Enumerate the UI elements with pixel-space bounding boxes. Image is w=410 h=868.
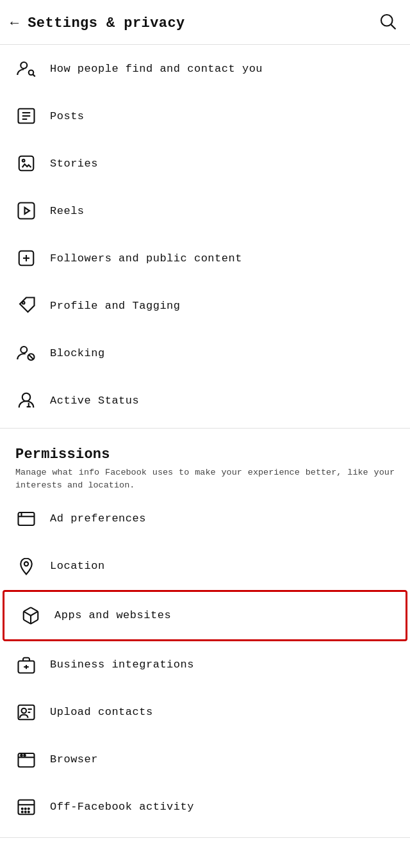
stories-icon bbox=[15, 152, 37, 174]
svg-point-3 bbox=[29, 70, 34, 76]
menu-item-followers[interactable]: Followers and public content bbox=[0, 234, 410, 282]
menu-item-profile-tagging[interactable]: Profile and Tagging bbox=[0, 282, 410, 329]
blocking-icon bbox=[15, 342, 37, 364]
menu-label-blocking: Blocking bbox=[50, 347, 105, 359]
page-title: Settings & privacy bbox=[28, 15, 185, 31]
svg-point-43 bbox=[28, 808, 29, 809]
ad-icon bbox=[15, 508, 37, 530]
menu-item-active-status[interactable]: Active Status bbox=[0, 377, 410, 424]
menu-label-business: Business integrations bbox=[50, 659, 194, 671]
main-menu: How people find and contact you Posts St… bbox=[0, 45, 410, 424]
browser-icon bbox=[15, 749, 37, 771]
off-facebook-icon bbox=[15, 796, 37, 818]
svg-point-2 bbox=[20, 62, 27, 69]
posts-icon bbox=[15, 105, 37, 127]
menu-label-location: Location bbox=[50, 560, 105, 572]
svg-point-44 bbox=[22, 811, 23, 812]
menu-item-find-contact[interactable]: How people find and contact you bbox=[0, 45, 410, 92]
permissions-menu: Ad preferences Location Apps and website… bbox=[0, 495, 410, 831]
menu-item-stories[interactable]: Stories bbox=[0, 140, 410, 187]
menu-item-posts[interactable]: Posts bbox=[0, 92, 410, 140]
svg-line-4 bbox=[33, 74, 35, 76]
active-status-icon bbox=[15, 389, 37, 411]
menu-item-off-facebook[interactable]: Off-Facebook activity bbox=[0, 783, 410, 831]
apps-icon bbox=[20, 605, 42, 626]
menu-label-apps-websites: Apps and websites bbox=[54, 609, 171, 621]
svg-point-38 bbox=[24, 754, 26, 756]
menu-label-followers: Followers and public content bbox=[50, 252, 242, 265]
menu-item-business[interactable]: Business integrations bbox=[0, 641, 410, 689]
reels-icon bbox=[15, 200, 37, 222]
permissions-title: Permissions bbox=[15, 446, 395, 463]
back-button[interactable]: ← bbox=[10, 15, 19, 31]
svg-point-46 bbox=[28, 811, 29, 812]
permissions-section-header: Permissions Manage what info Facebook us… bbox=[0, 432, 410, 495]
svg-rect-11 bbox=[19, 203, 35, 219]
svg-point-20 bbox=[22, 393, 31, 402]
svg-point-32 bbox=[22, 708, 27, 713]
section-divider bbox=[0, 428, 410, 429]
svg-point-0 bbox=[381, 15, 393, 26]
menu-label-upload-contacts: Upload contacts bbox=[50, 706, 153, 718]
menu-label-reels: Reels bbox=[50, 205, 85, 217]
menu-item-browser[interactable]: Browser bbox=[0, 736, 410, 783]
svg-marker-12 bbox=[25, 208, 30, 214]
menu-label-profile-tagging: Profile and Tagging bbox=[50, 300, 181, 312]
followers-icon bbox=[15, 247, 37, 269]
header-left: ← Settings & privacy bbox=[10, 15, 185, 31]
business-icon bbox=[15, 654, 37, 676]
svg-line-19 bbox=[29, 355, 34, 360]
tag-icon bbox=[15, 295, 37, 316]
menu-label-off-facebook: Off-Facebook activity bbox=[50, 801, 194, 813]
svg-line-1 bbox=[391, 25, 396, 29]
bottom-divider bbox=[0, 837, 410, 838]
menu-item-upload-contacts[interactable]: Upload contacts bbox=[0, 689, 410, 736]
contacts-icon bbox=[15, 701, 37, 723]
svg-point-10 bbox=[22, 160, 25, 162]
header: ← Settings & privacy bbox=[0, 0, 410, 45]
svg-point-41 bbox=[22, 808, 23, 809]
menu-label-active-status: Active Status bbox=[50, 395, 139, 407]
menu-item-location[interactable]: Location bbox=[0, 543, 410, 590]
permissions-description: Manage what info Facebook uses to make y… bbox=[15, 466, 395, 493]
menu-label-browser: Browser bbox=[50, 753, 98, 766]
svg-point-42 bbox=[25, 808, 26, 809]
svg-point-37 bbox=[20, 754, 22, 756]
person-search-icon bbox=[15, 58, 37, 79]
svg-point-26 bbox=[24, 562, 28, 566]
menu-label-ad-preferences: Ad preferences bbox=[50, 512, 146, 525]
menu-item-reels[interactable]: Reels bbox=[0, 187, 410, 234]
menu-item-apps-websites[interactable]: Apps and websites bbox=[3, 590, 407, 641]
menu-label-stories: Stories bbox=[50, 158, 98, 170]
svg-rect-9 bbox=[19, 156, 34, 171]
menu-item-blocking[interactable]: Blocking bbox=[0, 329, 410, 377]
svg-point-17 bbox=[20, 347, 27, 353]
menu-label-posts: Posts bbox=[50, 110, 85, 122]
location-icon bbox=[15, 555, 37, 577]
menu-item-ad-preferences[interactable]: Ad preferences bbox=[0, 495, 410, 543]
menu-label-find-contact: How people find and contact you bbox=[50, 63, 263, 75]
svg-point-45 bbox=[25, 811, 26, 812]
svg-rect-23 bbox=[19, 512, 35, 525]
search-icon[interactable] bbox=[378, 12, 397, 35]
svg-point-16 bbox=[22, 302, 25, 304]
